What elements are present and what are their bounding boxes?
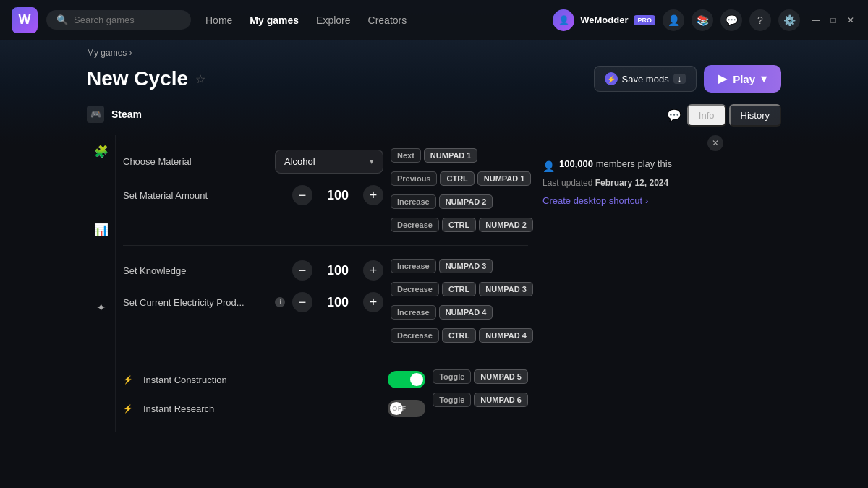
save-mods-button[interactable]: ⚡ Save mods ↓ xyxy=(594,66,697,92)
research-toggle-wrapper: OFF xyxy=(388,400,425,417)
hotkey-action-inc3: Increase xyxy=(391,259,436,273)
instant-research-label: Instant Research xyxy=(143,403,380,414)
hotkey-panel-2: Increase NUMPAD 3 Decrease CTRL NUMPAD 3… xyxy=(391,254,533,347)
nav-explore[interactable]: Explore xyxy=(316,14,350,26)
knowledge-label: Set Knowledge xyxy=(123,265,285,276)
library-icon-btn[interactable]: 📚 xyxy=(692,9,713,31)
sidebar-icon-mods[interactable]: 🧩 xyxy=(91,141,111,161)
hotkey-action-inc2: Increase xyxy=(391,194,436,209)
info-panel-close-button[interactable]: ✕ xyxy=(707,135,723,151)
sidebar-icon-stats[interactable]: 📊 xyxy=(91,219,111,239)
electricity-increase-button[interactable]: + xyxy=(363,292,383,312)
breadcrumb-parent[interactable]: My games xyxy=(87,48,127,58)
electricity-label: Set Current Electricity Prod... xyxy=(123,297,268,308)
bolt-icon-research: ⚡ xyxy=(123,404,133,414)
tab-history[interactable]: History xyxy=(729,104,781,127)
sidebar-icon-extra[interactable]: ✦ xyxy=(91,297,111,317)
profile-icon-btn[interactable]: 👤 xyxy=(663,9,684,31)
chevron-right-icon: › xyxy=(645,195,648,206)
platform-row: 🎮 Steam xyxy=(87,106,142,123)
platform-name: Steam xyxy=(111,108,142,120)
electricity-decrease-button[interactable]: − xyxy=(292,292,312,312)
knowledge-increase-button[interactable]: + xyxy=(363,260,383,281)
help-icon-btn[interactable]: ? xyxy=(749,9,771,31)
chat-icon[interactable]: 💬 xyxy=(667,108,681,122)
construction-toggle[interactable]: ON xyxy=(388,371,425,388)
hotkey-key-numpad2: NUMPAD 2 xyxy=(439,194,493,209)
hotkey-action-toggle6: Toggle xyxy=(433,393,471,407)
mod-section-3: ⚡ Instant Construction ON ⚡ Instant Rese… xyxy=(123,356,528,432)
game-title: New Cycle xyxy=(87,67,188,90)
hotkey-panel-3: Toggle NUMPAD 5 Toggle NUMPAD 6 xyxy=(433,365,528,423)
favorite-star-icon[interactable]: ☆ xyxy=(195,72,205,86)
user-badge: 👤 WeModder PRO xyxy=(553,9,655,31)
research-toggle-label: OFF xyxy=(392,405,407,412)
settings-icon-btn[interactable]: ⚙️ xyxy=(778,9,800,31)
tab-info[interactable]: Info xyxy=(687,104,726,127)
electricity-info-icon[interactable]: ℹ xyxy=(275,297,285,307)
search-bar[interactable]: 🔍 xyxy=(46,10,191,30)
hotkey-row-toggle-6: Toggle NUMPAD 6 xyxy=(433,388,528,411)
search-icon: 🔍 xyxy=(56,14,68,25)
knowledge-number-row: − 100 + xyxy=(292,260,383,281)
play-icon: ▶ xyxy=(718,72,727,85)
choose-material-label: Choose Material xyxy=(123,156,268,167)
last-updated: Last updated February 12, 2024 xyxy=(542,178,723,188)
hotkey-panel-1: Next NUMPAD 1 Previous CTRL NUMPAD 1 Inc… xyxy=(391,144,533,236)
hotkey-row-toggle-5: Toggle NUMPAD 5 xyxy=(433,365,528,388)
hotkey-row-increase-3: Increase NUMPAD 3 xyxy=(391,254,533,278)
hotkey-row-decrease-4: Decrease CTRL NUMPAD 4 xyxy=(391,324,533,347)
hotkey-row-increase-2: Increase NUMPAD 2 xyxy=(391,190,533,213)
info-tabs: 💬 Info History xyxy=(667,104,781,127)
hotkey-row-increase-4: Increase NUMPAD 4 xyxy=(391,301,533,324)
material-amount-decrease-button[interactable]: − xyxy=(292,185,312,205)
mod-section-2-controls: Set Knowledge − 100 + Set Current Electr… xyxy=(123,254,383,347)
save-icon: ⚡ xyxy=(605,72,618,85)
discord-icon-btn[interactable]: 💬 xyxy=(720,9,742,31)
hotkey-action-toggle5: Toggle xyxy=(433,369,471,384)
mod-row-instant-research: ⚡ Instant Research OFF xyxy=(123,394,425,423)
minimize-button[interactable]: — xyxy=(810,15,822,25)
members-row: 👤 100,000 members play this xyxy=(542,158,723,174)
nav-home[interactable]: Home xyxy=(205,14,232,26)
hotkey-key-numpad1b: NUMPAD 1 xyxy=(477,171,532,186)
desktop-link-text: Create desktop shortcut xyxy=(542,195,642,206)
hotkey-action-dec3: Decrease xyxy=(391,282,439,296)
hotkey-row-previous: Previous CTRL NUMPAD 1 xyxy=(391,167,533,190)
app-logo[interactable]: W xyxy=(12,7,38,33)
material-amount-increase-button[interactable]: + xyxy=(363,185,383,205)
maximize-button[interactable]: □ xyxy=(827,15,839,25)
sidebar-divider-2 xyxy=(101,254,101,283)
mod-section-3-controls: ⚡ Instant Construction ON ⚡ Instant Rese… xyxy=(123,365,425,423)
mod-section-1-controls: Choose Material Alcohol ▾ Set Material A… xyxy=(123,144,383,236)
mod-row-electricity: Set Current Electricity Prod... ℹ − 100 … xyxy=(123,286,383,318)
members-label: members play this xyxy=(596,158,672,169)
hotkey-key-ctrl-1: CTRL xyxy=(440,171,474,186)
save-mods-label: Save mods xyxy=(622,74,669,85)
close-button[interactable]: ✕ xyxy=(845,15,856,25)
sidebar: 🧩 📊 ✦ xyxy=(87,135,116,432)
search-input[interactable] xyxy=(74,14,181,25)
hotkey-key-numpad2b: NUMPAD 2 xyxy=(479,218,533,232)
last-updated-label: Last updated xyxy=(542,178,592,188)
nav-links: Home My games Explore Creators xyxy=(205,14,407,26)
game-title-row: New Cycle ☆ ⚡ Save mods ↓ ▶ Play ▾ xyxy=(87,65,781,93)
electricity-value: 100 xyxy=(320,295,356,310)
play-arrow-icon: ▾ xyxy=(761,72,767,85)
instant-construction-label: Instant Construction xyxy=(143,374,380,385)
material-dropdown[interactable]: Alcohol ▾ xyxy=(275,150,383,174)
hotkey-key-numpad6: NUMPAD 6 xyxy=(474,393,528,407)
play-button[interactable]: ▶ Play ▾ xyxy=(704,65,781,93)
mod-section-1: Choose Material Alcohol ▾ Set Material A… xyxy=(123,135,528,246)
material-amount-number-row: − 100 + xyxy=(292,185,383,205)
play-label: Play xyxy=(733,73,755,85)
bolt-icon-construction: ⚡ xyxy=(123,375,133,385)
nav-creators[interactable]: Creators xyxy=(368,14,407,26)
knowledge-decrease-button[interactable]: − xyxy=(292,260,312,281)
hotkey-key-numpad1: NUMPAD 1 xyxy=(424,148,478,163)
nav-my-games[interactable]: My games xyxy=(250,14,299,26)
main-area: New Cycle ☆ ⚡ Save mods ↓ ▶ Play ▾ 🎮 Ste… xyxy=(0,65,868,432)
desktop-shortcut-link[interactable]: Create desktop shortcut › xyxy=(542,195,723,206)
material-amount-value: 100 xyxy=(320,188,356,203)
research-toggle[interactable]: OFF xyxy=(388,400,425,417)
